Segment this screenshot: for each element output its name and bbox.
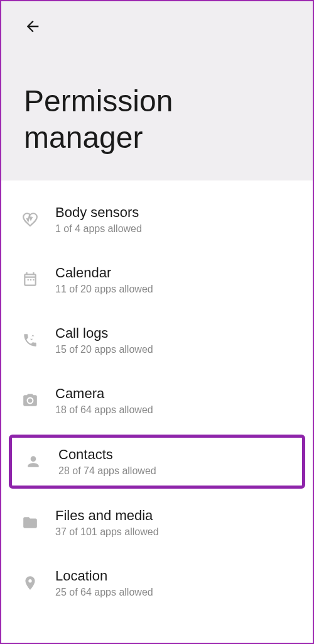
contacts-icon bbox=[23, 452, 43, 472]
permission-label: Contacts bbox=[58, 447, 156, 463]
permission-text: Contacts 28 of 74 apps allowed bbox=[58, 447, 156, 477]
call-logs-icon bbox=[20, 330, 40, 350]
permission-text: Files and media 37 of 101 apps allowed bbox=[55, 508, 159, 538]
header: Permission manager bbox=[1, 1, 313, 180]
permission-status: 15 of 20 apps allowed bbox=[55, 344, 153, 355]
permission-item-call-logs[interactable]: Call logs 15 of 20 apps allowed bbox=[1, 314, 313, 367]
back-button[interactable] bbox=[20, 14, 45, 39]
permission-text: Calendar 11 of 20 apps allowed bbox=[55, 265, 153, 295]
permission-item-files-media[interactable]: Files and media 37 of 101 apps allowed bbox=[1, 496, 313, 549]
calendar-icon bbox=[20, 270, 40, 290]
permission-status: 11 of 20 apps allowed bbox=[55, 284, 153, 295]
page-title: Permission manager bbox=[20, 83, 294, 155]
permission-label: Location bbox=[55, 568, 153, 584]
permission-label: Camera bbox=[55, 386, 153, 402]
permission-item-camera[interactable]: Camera 18 of 64 apps allowed bbox=[1, 374, 313, 427]
folder-icon bbox=[20, 513, 40, 533]
permission-label: Call logs bbox=[55, 325, 153, 341]
permission-label: Body sensors bbox=[55, 204, 142, 221]
permission-label: Calendar bbox=[55, 265, 153, 281]
permission-text: Location 25 of 64 apps allowed bbox=[55, 568, 153, 598]
permission-item-contacts[interactable]: Contacts 28 of 74 apps allowed bbox=[9, 435, 305, 489]
permission-label: Files and media bbox=[55, 508, 159, 524]
permission-item-body-sensors[interactable]: Body sensors 1 of 4 apps allowed bbox=[1, 193, 313, 246]
permission-status: 18 of 64 apps allowed bbox=[55, 404, 153, 416]
permission-list: Body sensors 1 of 4 apps allowed Calenda… bbox=[1, 180, 313, 609]
permission-status: 28 of 74 apps allowed bbox=[58, 465, 156, 477]
permission-text: Call logs 15 of 20 apps allowed bbox=[55, 325, 153, 355]
permission-text: Camera 18 of 64 apps allowed bbox=[55, 386, 153, 416]
permission-status: 37 of 101 apps allowed bbox=[55, 526, 159, 538]
location-icon bbox=[20, 573, 40, 593]
camera-icon bbox=[20, 391, 40, 411]
permission-item-location[interactable]: Location 25 of 64 apps allowed bbox=[1, 557, 313, 609]
permission-status: 25 of 64 apps allowed bbox=[55, 587, 153, 598]
arrow-back-icon bbox=[24, 18, 41, 35]
permission-status: 1 of 4 apps allowed bbox=[55, 223, 142, 235]
body-sensors-icon bbox=[20, 209, 40, 230]
permission-text: Body sensors 1 of 4 apps allowed bbox=[55, 204, 142, 235]
permission-item-calendar[interactable]: Calendar 11 of 20 apps allowed bbox=[1, 253, 313, 306]
